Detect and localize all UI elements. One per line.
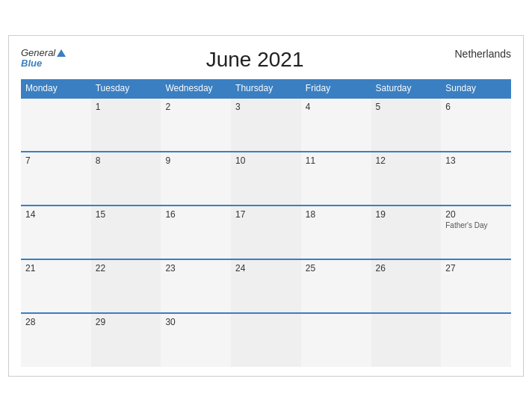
day-number: 28 <box>25 317 35 327</box>
day-number: 3 <box>235 102 241 112</box>
calendar-cell: 29 <box>91 313 161 367</box>
calendar-header: General Blue June 2021 Netherlands <box>21 48 511 72</box>
weekday-header-thursday: Thursday <box>231 79 301 98</box>
day-number: 15 <box>96 209 105 220</box>
day-number: 24 <box>235 263 245 274</box>
calendar-cell: 7 <box>21 152 91 206</box>
calendar-cell: 22 <box>91 259 161 313</box>
day-number: 17 <box>235 209 245 220</box>
calendar-cell: 24 <box>231 259 301 313</box>
weekday-header-row: MondayTuesdayWednesdayThursdayFridaySatu… <box>21 79 511 98</box>
day-number: 4 <box>306 102 311 112</box>
day-number: 23 <box>165 263 175 274</box>
logo-general-text: General <box>21 48 66 58</box>
weekday-header-friday: Friday <box>301 79 371 98</box>
day-number: 30 <box>165 317 175 327</box>
calendar-country: Netherlands <box>444 48 511 60</box>
calendar-cell: 9 <box>161 152 231 206</box>
calendar-cell: 27 <box>441 259 511 313</box>
day-number: 8 <box>96 155 101 166</box>
calendar-cell: 11 <box>301 152 371 206</box>
day-number: 18 <box>306 209 315 220</box>
calendar-cell <box>441 313 511 367</box>
calendar-cell: 21 <box>21 259 91 313</box>
day-number: 20 <box>445 209 455 220</box>
calendar-cell <box>371 313 442 367</box>
week-row-2: 14151617181920Father's Day <box>21 206 511 259</box>
day-number: 25 <box>306 263 315 274</box>
day-number: 26 <box>376 263 386 274</box>
week-row-4: 282930 <box>21 313 511 367</box>
day-number: 7 <box>25 155 31 166</box>
logo: General Blue <box>21 48 66 69</box>
weekday-header-saturday: Saturday <box>371 79 442 98</box>
day-number: 9 <box>165 155 170 166</box>
day-number: 2 <box>165 102 170 112</box>
day-number: 29 <box>96 317 105 327</box>
day-number: 27 <box>445 263 455 274</box>
calendar-title: June 2021 <box>66 48 444 72</box>
calendar-cell: 3 <box>231 98 301 152</box>
calendar-cell: 1 <box>91 98 161 152</box>
calendar-cell: 25 <box>301 259 371 313</box>
day-number: 11 <box>306 155 315 166</box>
day-number: 14 <box>25 209 35 220</box>
day-number: 21 <box>25 263 35 274</box>
calendar-cell: 5 <box>371 98 442 152</box>
weekday-header-tuesday: Tuesday <box>91 79 161 98</box>
day-number: 19 <box>376 209 386 220</box>
day-number: 1 <box>96 102 101 112</box>
calendar-cell: 8 <box>91 152 161 206</box>
day-number: 10 <box>235 155 245 166</box>
event-label: Father's Day <box>445 221 487 229</box>
calendar-cell: 15 <box>91 206 161 259</box>
calendar-cell: 2 <box>161 98 231 152</box>
calendar-cell: 20Father's Day <box>441 206 511 259</box>
day-number: 6 <box>445 102 451 112</box>
calendar-cell: 28 <box>21 313 91 367</box>
calendar-cell: 14 <box>21 206 91 259</box>
logo-blue-text: Blue <box>21 58 66 69</box>
day-number: 22 <box>96 263 105 274</box>
calendar-cell: 13 <box>441 152 511 206</box>
day-number: 12 <box>376 155 386 166</box>
calendar-cell: 19 <box>371 206 442 259</box>
week-row-0: 123456 <box>21 98 511 152</box>
calendar-cell: 26 <box>371 259 442 313</box>
weekday-header-wednesday: Wednesday <box>161 79 231 98</box>
calendar-cell <box>21 98 91 152</box>
week-row-1: 78910111213 <box>21 152 511 206</box>
calendar-cell: 6 <box>441 98 511 152</box>
calendar-cell <box>301 313 371 367</box>
day-number: 16 <box>165 209 175 220</box>
week-row-3: 21222324252627 <box>21 259 511 313</box>
calendar-cell: 30 <box>161 313 231 367</box>
calendar-cell: 23 <box>161 259 231 313</box>
calendar-cell: 18 <box>301 206 371 259</box>
logo-triangle-icon <box>57 49 66 57</box>
calendar-grid: MondayTuesdayWednesdayThursdayFridaySatu… <box>21 79 511 367</box>
day-number: 5 <box>376 102 381 112</box>
calendar-cell: 16 <box>161 206 231 259</box>
calendar-cell: 10 <box>231 152 301 206</box>
day-number: 13 <box>445 155 455 166</box>
calendar-cell: 12 <box>371 152 442 206</box>
calendar-cell: 17 <box>231 206 301 259</box>
calendar-container: General Blue June 2021 Netherlands Monda… <box>8 35 524 377</box>
weekday-header-sunday: Sunday <box>441 79 511 98</box>
calendar-cell: 4 <box>301 98 371 152</box>
calendar-cell <box>231 313 301 367</box>
weekday-header-monday: Monday <box>21 79 91 98</box>
